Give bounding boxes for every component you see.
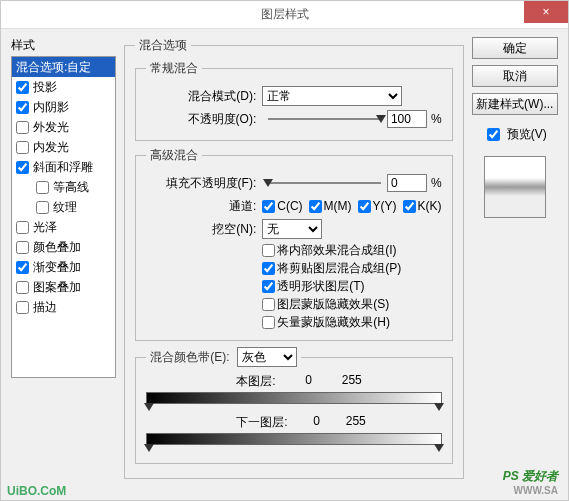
preview-swatch bbox=[484, 156, 546, 218]
style-item-label: 光泽 bbox=[33, 219, 57, 236]
style-item-checkbox[interactable] bbox=[36, 181, 49, 194]
style-item-checkbox[interactable] bbox=[16, 161, 29, 174]
this-layer-gradient[interactable] bbox=[146, 392, 441, 404]
this-layer-label: 本图层: bbox=[236, 373, 275, 390]
footer-watermark: UiBO.CoM bbox=[7, 484, 66, 498]
style-item[interactable]: 纹理 bbox=[12, 197, 115, 217]
advanced-option[interactable]: 图层蒙版隐藏效果(S) bbox=[262, 296, 441, 313]
style-item-label: 纹理 bbox=[53, 199, 77, 216]
style-item-checkbox[interactable] bbox=[16, 301, 29, 314]
channel-checkbox[interactable]: Y(Y) bbox=[358, 199, 397, 213]
advanced-option[interactable]: 矢量蒙版隐藏效果(H) bbox=[262, 314, 441, 331]
opacity-unit: % bbox=[431, 112, 442, 126]
channel-checkbox[interactable]: M(M) bbox=[309, 199, 352, 213]
cancel-button[interactable]: 取消 bbox=[472, 65, 558, 87]
titlebar: 图层样式 × bbox=[1, 1, 568, 29]
style-item-checkbox[interactable] bbox=[16, 261, 29, 274]
close-button[interactable]: × bbox=[524, 1, 568, 23]
style-item-label: 外发光 bbox=[33, 119, 69, 136]
opacity-slider[interactable] bbox=[268, 112, 381, 126]
style-item-label: 斜面和浮雕 bbox=[33, 159, 93, 176]
style-item-label: 混合选项:自定 bbox=[16, 59, 91, 76]
under-layer-label: 下一图层: bbox=[236, 414, 287, 431]
advanced-option[interactable]: 透明形状图层(T) bbox=[262, 278, 441, 295]
buttons-column: 确定 取消 新建样式(W)... 预览(V) bbox=[472, 37, 558, 490]
style-item-label: 颜色叠加 bbox=[33, 239, 81, 256]
style-item[interactable]: 颜色叠加 bbox=[12, 237, 115, 257]
this-layer-lo: 0 bbox=[305, 373, 312, 390]
style-item-label: 投影 bbox=[33, 79, 57, 96]
channels-row: C(C)M(M)Y(Y)K(K) bbox=[262, 199, 441, 213]
style-item[interactable]: 等高线 bbox=[12, 177, 115, 197]
styles-label: 样式 bbox=[11, 37, 116, 54]
style-item-label: 内阴影 bbox=[33, 99, 69, 116]
window-title: 图层样式 bbox=[261, 6, 309, 23]
under-layer-lo: 0 bbox=[313, 414, 320, 431]
general-blend-group: 常规混合 混合模式(D): 正常 不透明度(O): % bbox=[135, 60, 452, 141]
style-item[interactable]: 斜面和浮雕 bbox=[12, 157, 115, 177]
dialog-body: 样式 混合选项:自定投影内阴影外发光内发光斜面和浮雕等高线纹理光泽颜色叠加渐变叠… bbox=[1, 29, 568, 500]
style-item[interactable]: 外发光 bbox=[12, 117, 115, 137]
knockout-label: 挖空(N): bbox=[146, 221, 256, 238]
blend-if-select[interactable]: 灰色 bbox=[237, 347, 297, 367]
style-item[interactable]: 渐变叠加 bbox=[12, 257, 115, 277]
close-icon: × bbox=[542, 5, 549, 19]
blend-if-legend: 混合颜色带(E): 灰色 bbox=[146, 347, 301, 367]
options-column: 混合选项 常规混合 混合模式(D): 正常 不透明度(O): % bbox=[124, 37, 463, 490]
under-layer-gradient[interactable] bbox=[146, 433, 441, 445]
preview-label: 预览(V) bbox=[507, 126, 547, 143]
fill-opacity-slider[interactable] bbox=[268, 176, 381, 190]
styles-list[interactable]: 混合选项:自定投影内阴影外发光内发光斜面和浮雕等高线纹理光泽颜色叠加渐变叠加图案… bbox=[11, 56, 116, 378]
general-blend-legend: 常规混合 bbox=[146, 60, 202, 77]
style-item[interactable]: 投影 bbox=[12, 77, 115, 97]
fill-opacity-input[interactable] bbox=[387, 174, 427, 192]
style-item-label: 渐变叠加 bbox=[33, 259, 81, 276]
new-style-button[interactable]: 新建样式(W)... bbox=[472, 93, 558, 115]
channel-checkbox[interactable]: K(K) bbox=[403, 199, 442, 213]
styles-column: 样式 混合选项:自定投影内阴影外发光内发光斜面和浮雕等高线纹理光泽颜色叠加渐变叠… bbox=[11, 37, 116, 490]
blend-mode-select[interactable]: 正常 bbox=[262, 86, 402, 106]
fill-opacity-label: 填充不透明度(F): bbox=[146, 175, 256, 192]
style-item-checkbox[interactable] bbox=[16, 81, 29, 94]
advanced-option[interactable]: 将内部效果混合成组(I) bbox=[262, 242, 441, 259]
opacity-label: 不透明度(O): bbox=[146, 111, 256, 128]
preview-checkbox[interactable] bbox=[487, 128, 500, 141]
style-item-label: 内发光 bbox=[33, 139, 69, 156]
blend-if-group: 混合颜色带(E): 灰色 本图层: 0 255 下一图层: 0 bbox=[135, 347, 452, 464]
style-item-label: 等高线 bbox=[53, 179, 89, 196]
advanced-options-list: 将内部效果混合成组(I)将剪贴图层混合成组(P)透明形状图层(T)图层蒙版隐藏效… bbox=[262, 242, 441, 331]
style-item-checkbox[interactable] bbox=[16, 241, 29, 254]
fill-opacity-unit: % bbox=[431, 176, 442, 190]
style-item[interactable]: 描边 bbox=[12, 297, 115, 317]
knockout-select[interactable]: 无 bbox=[262, 219, 322, 239]
channels-label: 通道: bbox=[146, 198, 256, 215]
style-item-checkbox[interactable] bbox=[16, 221, 29, 234]
preview-checkbox-row[interactable]: 预览(V) bbox=[472, 125, 558, 144]
style-item-checkbox[interactable] bbox=[16, 101, 29, 114]
blend-options-group: 混合选项 常规混合 混合模式(D): 正常 不透明度(O): % bbox=[124, 37, 463, 479]
under-layer-hi: 255 bbox=[346, 414, 366, 431]
style-item[interactable]: 混合选项:自定 bbox=[12, 57, 115, 77]
advanced-blend-legend: 高级混合 bbox=[146, 147, 202, 164]
style-item[interactable]: 内发光 bbox=[12, 137, 115, 157]
advanced-option[interactable]: 将剪贴图层混合成组(P) bbox=[262, 260, 441, 277]
layer-style-dialog: 图层样式 × 样式 混合选项:自定投影内阴影外发光内发光斜面和浮雕等高线纹理光泽… bbox=[0, 0, 569, 501]
style-item-checkbox[interactable] bbox=[36, 201, 49, 214]
advanced-blend-group: 高级混合 填充不透明度(F): % 通道: C(C)M(M)Y(Y)K(K) 挖… bbox=[135, 147, 452, 341]
this-layer-hi: 255 bbox=[342, 373, 362, 390]
style-item-label: 描边 bbox=[33, 299, 57, 316]
blend-mode-label: 混合模式(D): bbox=[146, 88, 256, 105]
blend-options-legend: 混合选项 bbox=[135, 37, 191, 54]
style-item-checkbox[interactable] bbox=[16, 281, 29, 294]
ok-button[interactable]: 确定 bbox=[472, 37, 558, 59]
style-item-checkbox[interactable] bbox=[16, 141, 29, 154]
style-item[interactable]: 光泽 bbox=[12, 217, 115, 237]
style-item-label: 图案叠加 bbox=[33, 279, 81, 296]
style-item[interactable]: 内阴影 bbox=[12, 97, 115, 117]
style-item[interactable]: 图案叠加 bbox=[12, 277, 115, 297]
channel-checkbox[interactable]: C(C) bbox=[262, 199, 302, 213]
style-item-checkbox[interactable] bbox=[16, 121, 29, 134]
opacity-input[interactable] bbox=[387, 110, 427, 128]
